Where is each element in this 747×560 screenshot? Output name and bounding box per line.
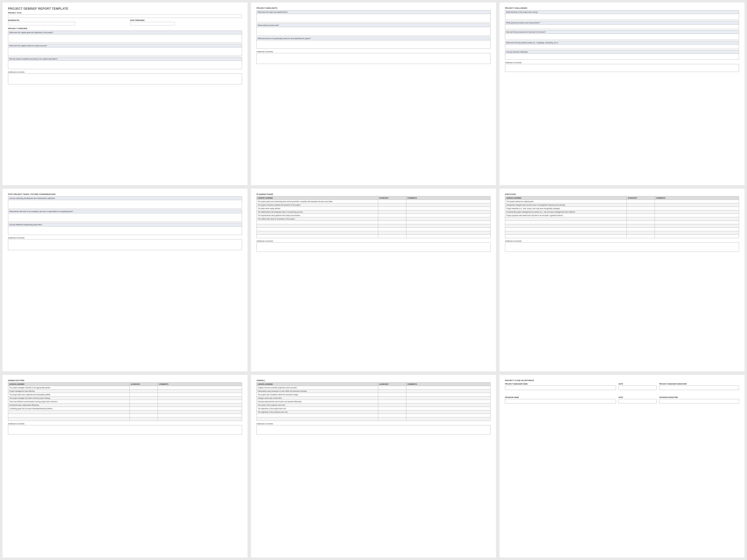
comments-cell[interactable] [406, 221, 490, 224]
challenges-comments[interactable] [505, 64, 739, 72]
comments-cell[interactable] [158, 418, 242, 421]
planning-comments[interactable] [256, 242, 491, 252]
post-a3[interactable] [8, 226, 242, 235]
execution-comments[interactable] [505, 242, 739, 252]
input-sp-name[interactable] [505, 399, 616, 403]
input-date-2[interactable] [619, 399, 656, 403]
post-a2[interactable] [8, 213, 242, 222]
comments-cell[interactable] [406, 386, 490, 390]
comments-cell[interactable] [654, 235, 739, 238]
input-date-1[interactable] [619, 385, 656, 390]
overview-a2[interactable] [8, 48, 242, 56]
achieved-cell[interactable] [130, 393, 158, 397]
achieved-cell[interactable] [378, 217, 406, 221]
comments-cell[interactable] [158, 410, 242, 414]
comments-cell[interactable] [158, 390, 242, 393]
highlights-a2[interactable] [256, 27, 491, 35]
comments-cell[interactable] [406, 400, 490, 403]
achieved-cell[interactable] [378, 386, 406, 390]
challenges-a3[interactable] [505, 34, 739, 40]
input-date-prepared[interactable] [130, 22, 175, 25]
input-sp-sig[interactable] [659, 399, 739, 403]
achieved-cell[interactable] [130, 403, 158, 407]
comments-cell[interactable] [158, 407, 242, 410]
achieved-cell[interactable] [378, 390, 406, 393]
comments-cell[interactable] [654, 228, 739, 231]
comments-cell[interactable] [406, 418, 490, 421]
comments-cell[interactable] [654, 203, 739, 207]
achieved-cell[interactable] [130, 397, 158, 400]
achieved-cell[interactable] [130, 410, 158, 414]
comments-cell[interactable] [654, 231, 739, 235]
achieved-cell[interactable] [378, 397, 406, 400]
comments-cell[interactable] [406, 210, 490, 214]
achieved-cell[interactable] [130, 414, 158, 418]
post-a1[interactable] [8, 200, 242, 209]
achieved-cell[interactable] [627, 231, 655, 235]
achieved-cell[interactable] [130, 386, 158, 390]
achieved-cell[interactable] [130, 390, 158, 393]
comments-cell[interactable] [158, 403, 242, 407]
highlights-a1[interactable] [256, 14, 491, 22]
achieved-cell[interactable] [378, 200, 406, 203]
achieved-cell[interactable] [378, 410, 406, 414]
comments-cell[interactable] [654, 221, 739, 224]
achieved-cell[interactable] [627, 235, 655, 238]
input-pm-name[interactable] [505, 385, 616, 390]
comments-cell[interactable] [158, 386, 242, 390]
post-comments[interactable] [8, 239, 242, 250]
input-pm-sig[interactable] [659, 385, 739, 390]
achieved-cell[interactable] [627, 207, 655, 210]
input-project-title[interactable] [8, 15, 242, 18]
human-comments[interactable] [8, 425, 242, 434]
achieved-cell[interactable] [378, 231, 406, 235]
comments-cell[interactable] [406, 414, 490, 418]
comments-cell[interactable] [406, 224, 490, 228]
comments-cell[interactable] [406, 410, 490, 414]
challenges-a1[interactable] [505, 14, 739, 20]
comments-cell[interactable] [406, 203, 490, 207]
comments-cell[interactable] [654, 207, 739, 210]
achieved-cell[interactable] [378, 224, 406, 228]
challenges-a2[interactable] [505, 25, 739, 29]
achieved-cell[interactable] [130, 418, 158, 421]
overall-comments[interactable] [256, 425, 491, 434]
achieved-cell[interactable] [627, 214, 655, 217]
achieved-cell[interactable] [378, 403, 406, 407]
comments-cell[interactable] [654, 217, 739, 221]
highlights-comments[interactable] [256, 53, 491, 64]
achieved-cell[interactable] [378, 203, 406, 207]
comments-cell[interactable] [158, 400, 242, 403]
achieved-cell[interactable] [378, 207, 406, 210]
input-moderator[interactable] [8, 22, 75, 25]
comments-cell[interactable] [406, 390, 490, 393]
comments-cell[interactable] [158, 393, 242, 397]
achieved-cell[interactable] [378, 235, 406, 238]
achieved-cell[interactable] [378, 210, 406, 214]
challenges-a5[interactable] [505, 54, 739, 60]
achieved-cell[interactable] [378, 214, 406, 217]
comments-cell[interactable] [406, 231, 490, 235]
comments-cell[interactable] [654, 224, 739, 228]
achieved-cell[interactable] [378, 407, 406, 410]
achieved-cell[interactable] [627, 217, 655, 221]
comments-cell[interactable] [654, 214, 739, 217]
comments-cell[interactable] [654, 200, 739, 203]
comments-cell[interactable] [406, 228, 490, 231]
achieved-cell[interactable] [627, 228, 655, 231]
comments-cell[interactable] [406, 397, 490, 400]
achieved-cell[interactable] [130, 400, 158, 403]
overview-a3[interactable] [8, 61, 242, 69]
overview-comments[interactable] [8, 74, 242, 84]
achieved-cell[interactable] [627, 224, 655, 228]
comments-cell[interactable] [406, 207, 490, 210]
achieved-cell[interactable] [378, 418, 406, 421]
achieved-cell[interactable] [378, 414, 406, 418]
comments-cell[interactable] [406, 214, 490, 217]
overview-a1[interactable] [8, 34, 242, 43]
comments-cell[interactable] [158, 414, 242, 418]
comments-cell[interactable] [406, 235, 490, 238]
achieved-cell[interactable] [130, 407, 158, 410]
comments-cell[interactable] [406, 393, 490, 397]
comments-cell[interactable] [406, 217, 490, 221]
